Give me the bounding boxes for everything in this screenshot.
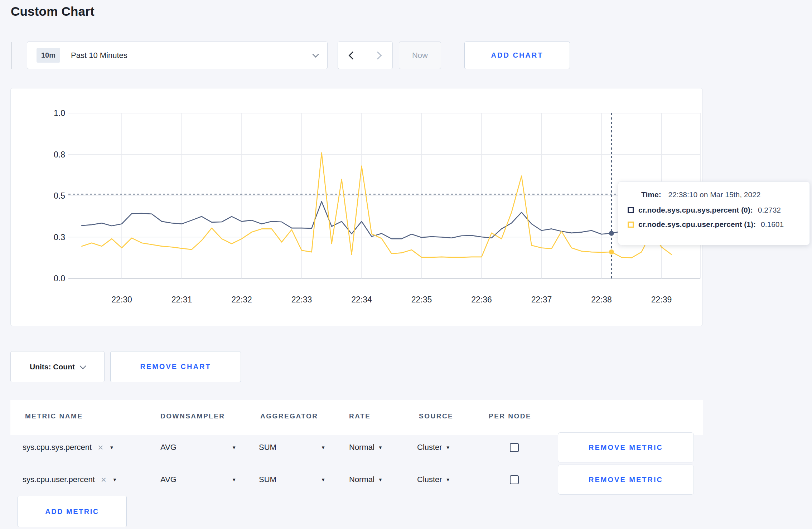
clear-metric-icon[interactable]: ×: [98, 443, 103, 452]
clear-metric-icon[interactable]: ×: [101, 475, 106, 484]
rate-dropdown[interactable]: Normal ▼: [349, 463, 383, 496]
tooltip-time-label: Time:: [641, 190, 661, 199]
caret-down-icon: ▼: [321, 445, 325, 450]
chart-tooltip: Time: 22:38:10 on Mar 15th, 2022 cr.node…: [618, 181, 810, 245]
now-button[interactable]: Now: [399, 42, 441, 69]
metric-name-value: sys.cpu.sys.percent: [23, 443, 92, 452]
tooltip-time-value: 22:38:10 on Mar 15th, 2022: [668, 190, 760, 199]
caret-down-icon: ▼: [446, 477, 450, 482]
aggregator-value: SUM: [259, 443, 276, 452]
rate-value: Normal: [349, 443, 374, 452]
caret-down-icon: ▼: [446, 445, 450, 450]
units-select[interactable]: Units: Count: [10, 351, 105, 382]
time-window-label: Past 10 Minutes: [71, 51, 127, 60]
rate-value: Normal: [349, 475, 374, 484]
caret-down-icon: ▼: [378, 445, 383, 450]
time-nav-group: [338, 42, 393, 69]
chevron-right-icon: [374, 51, 382, 59]
remove-metric-button[interactable]: REMOVE METRIC: [558, 465, 694, 495]
page-title: Custom Chart: [11, 4, 95, 19]
caret-down-icon: ▼: [232, 445, 236, 450]
timeseries-chart[interactable]: 0.00.30.50.81.022:3022:3122:3222:3322:34…: [11, 88, 703, 326]
time-window-badge: 10m: [37, 48, 60, 63]
chevron-down-icon: [312, 51, 319, 57]
source-value: Cluster: [417, 475, 442, 484]
per-node-checkbox[interactable]: [510, 475, 519, 484]
aggregator-value: SUM: [259, 475, 276, 484]
rate-dropdown[interactable]: Normal ▼: [349, 431, 383, 464]
legend-swatch-user-icon: [628, 222, 634, 228]
legend-swatch-sys-icon: [628, 207, 634, 213]
caret-down-icon[interactable]: ▼: [112, 477, 117, 482]
add-chart-button[interactable]: ADD CHART: [464, 42, 570, 69]
y-tick-label: 0.5: [54, 191, 65, 200]
y-tick-label: 0.3: [54, 233, 65, 242]
x-tick-label: 22:34: [351, 295, 372, 304]
x-tick-label: 22:39: [651, 295, 672, 304]
y-tick-label: 1.0: [54, 108, 65, 118]
source-dropdown[interactable]: Cluster ▼: [417, 463, 450, 496]
x-tick-label: 22:30: [111, 295, 132, 304]
x-tick-label: 22:32: [231, 295, 252, 304]
time-next-button[interactable]: [365, 42, 393, 69]
aggregator-dropdown[interactable]: SUM ▼: [259, 463, 325, 496]
units-label: Units: Count: [30, 363, 75, 371]
column-header-rate: RATE: [349, 412, 371, 420]
table-row: sys.cpu.user.percent × ▼ AVG ▼ SUM ▼ Nor…: [10, 463, 703, 496]
x-tick-label: 22:38: [591, 295, 612, 304]
chevron-left-icon: [348, 51, 357, 59]
column-header-aggregator: AGGREGATOR: [260, 412, 318, 420]
y-tick-label: 0.0: [54, 274, 65, 283]
x-tick-label: 22:36: [471, 295, 492, 304]
x-tick-label: 22:33: [291, 295, 312, 304]
tooltip-series-name: cr.node.sys.cpu.sys.percent (0):: [638, 206, 753, 214]
remove-chart-button[interactable]: REMOVE CHART: [110, 351, 241, 382]
column-header-downsampler: DOWNSAMPLER: [160, 412, 225, 420]
x-tick-label: 22:35: [411, 295, 432, 304]
source-dropdown[interactable]: Cluster ▼: [417, 431, 450, 464]
chart-card: 0.00.30.50.81.022:3022:3122:3222:3322:34…: [10, 88, 703, 326]
caret-down-icon[interactable]: ▼: [109, 445, 114, 450]
column-header-metric-name: METRIC NAME: [25, 412, 83, 420]
caret-down-icon: ▼: [232, 477, 236, 482]
aggregator-dropdown[interactable]: SUM ▼: [259, 431, 325, 464]
tooltip-series-value: 0.1601: [761, 220, 784, 229]
column-header-source: SOURCE: [419, 412, 453, 420]
table-row: sys.cpu.sys.percent × ▼ AVG ▼ SUM ▼ Norm…: [10, 431, 703, 464]
x-tick-label: 22:37: [531, 295, 552, 304]
chevron-down-icon: [79, 363, 86, 369]
tooltip-series-value: 0.2732: [758, 206, 781, 214]
caret-down-icon: ▼: [378, 477, 383, 482]
column-header-per-node: PER NODE: [489, 412, 531, 420]
metric-name-value: sys.cpu.user.percent: [23, 475, 95, 484]
downsampler-value: AVG: [160, 475, 177, 484]
metric-name-dropdown[interactable]: sys.cpu.sys.percent × ▼: [23, 431, 114, 464]
x-tick-label: 22:31: [171, 295, 192, 304]
add-metric-button[interactable]: ADD METRIC: [18, 496, 127, 527]
tooltip-series-row: cr.node.sys.cpu.sys.percent (0): 0.2732: [628, 206, 800, 214]
time-prev-button[interactable]: [338, 42, 365, 69]
per-node-checkbox[interactable]: [510, 443, 519, 452]
tooltip-series-row: cr.node.sys.cpu.user.percent (1): 0.1601: [628, 220, 800, 229]
tooltip-series-name: cr.node.sys.cpu.user.percent (1):: [638, 220, 756, 229]
downsampler-value: AVG: [160, 443, 177, 452]
source-value: Cluster: [417, 443, 442, 452]
tooltip-time-row: Time: 22:38:10 on Mar 15th, 2022: [641, 190, 800, 199]
remove-metric-button[interactable]: REMOVE METRIC: [558, 432, 694, 462]
metric-name-dropdown[interactable]: sys.cpu.user.percent × ▼: [23, 463, 117, 496]
downsampler-dropdown[interactable]: AVG ▼: [160, 431, 236, 464]
downsampler-dropdown[interactable]: AVG ▼: [160, 463, 236, 496]
metrics-table-header: METRIC NAME DOWNSAMPLER AGGREGATOR RATE …: [10, 400, 703, 435]
y-tick-label: 0.8: [54, 150, 65, 159]
toolbar-left-divider: [11, 42, 12, 69]
caret-down-icon: ▼: [321, 477, 325, 482]
time-window-select[interactable]: 10m Past 10 Minutes: [27, 42, 328, 69]
